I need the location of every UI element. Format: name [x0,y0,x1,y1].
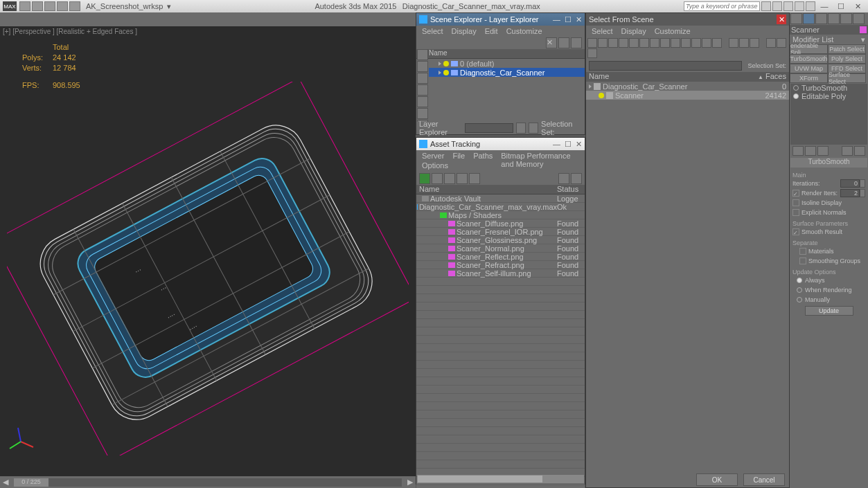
menu-select[interactable]: Select [592,27,613,35]
tb-save-icon[interactable] [44,1,55,11]
asset-row[interactable]: Scaner_Glossiness.pngFound [416,236,585,244]
se-tb-btn-2[interactable] [558,37,569,48]
tab-modify-icon[interactable] [803,13,815,24]
sfs-flt-6[interactable] [639,38,649,48]
menu-options[interactable]: Options [422,161,448,171]
sfs-row[interactable]: Scanner 24142 [586,91,789,100]
render-iters-check[interactable] [792,190,799,197]
sfs-flt-2[interactable] [598,38,608,48]
time-slider[interactable]: 0 / 225 [14,478,402,487]
modifier-stack[interactable]: TurboSmooth Editable Poly [790,84,867,145]
window-minimize-icon[interactable]: — [553,15,560,24]
filter-btn-2[interactable] [417,61,428,72]
se-btm-btn-1[interactable] [516,123,526,134]
mod-btn[interactable]: UVW Map [790,64,828,73]
window-maximize-icon[interactable]: ☐ [565,140,572,149]
at-btn-6[interactable] [558,173,569,184]
se-btm-btn-2[interactable] [529,123,538,134]
cancel-button[interactable]: Cancel [743,473,785,486]
filter-btn-3[interactable] [417,73,428,84]
at-btn-2[interactable] [432,173,443,184]
tree-row[interactable]: Diagnostic_Car_Scanner [429,68,585,77]
close-button[interactable]: ✕ [850,1,865,11]
spinner-up-icon[interactable] [860,179,865,188]
menu-display[interactable]: Display [621,27,646,35]
minimize-button[interactable]: — [817,1,832,11]
menu-paths[interactable]: Paths [473,152,493,160]
sfs-header[interactable]: Name ▲ Faces [586,72,789,82]
search-input[interactable] [684,1,760,11]
tab-create-icon[interactable] [790,13,802,24]
cloud-icon[interactable] [783,1,793,11]
sfs-flt-15[interactable] [739,38,749,48]
sfs-search-input[interactable] [589,61,742,71]
sfs-flt-13[interactable] [712,38,722,48]
time-thumb[interactable]: 0 / 225 [14,478,48,487]
menu-edit[interactable]: Edit [485,27,498,35]
menu-server[interactable]: Server [422,152,444,160]
window-close-icon[interactable]: ✕ [576,15,582,24]
mod-btn[interactable]: Patch Select [828,44,866,54]
sfs-flt-9[interactable] [671,38,680,48]
stack-show-icon[interactable] [805,146,816,156]
color-swatch[interactable] [860,26,867,33]
menu-file[interactable]: File [452,152,465,160]
se-tb-btn-1[interactable]: ✕ [546,37,557,48]
sfs-flt-3[interactable] [608,38,618,48]
explicit-check[interactable] [792,209,799,216]
window-minimize-icon[interactable]: — [553,140,560,149]
filter-btn-6[interactable] [417,108,428,119]
menu-bitmap[interactable]: Bitmap Performance and Memory [501,152,579,160]
sfs-flt-5[interactable] [629,38,639,48]
tab-display-icon[interactable] [840,13,852,24]
sfs-flt-10[interactable] [681,38,691,48]
scene-explorer-titlebar[interactable]: Scene Explorer - Layer Explorer —☐✕ [416,13,585,26]
at-refresh-icon[interactable] [419,173,430,184]
asset-row[interactable]: Scaner_Reflect.pngFound [416,253,585,261]
sfs-flt-19[interactable] [587,48,597,58]
tree-row[interactable]: 0 (default) [429,59,585,68]
asset-row[interactable]: Autodesk VaultLogge [416,195,585,203]
scene-explorer-header[interactable]: Name [416,49,585,59]
sfs-flt-17[interactable] [766,38,776,48]
filter-btn-5[interactable] [417,96,428,107]
window-maximize-icon[interactable]: ☐ [565,15,572,24]
sfs-row[interactable]: Diagnostic_Car_Scanner 0 [586,82,789,91]
se-tb-btn-3[interactable] [571,37,582,48]
ok-button[interactable]: OK [696,473,738,486]
spinner-up-icon[interactable] [860,189,865,197]
tb-new-icon[interactable] [19,1,30,11]
stack-remove-icon[interactable] [842,146,853,156]
bulb-icon[interactable] [443,70,449,75]
asset-row[interactable]: Scaner_Diffuse.pngFound [416,219,585,228]
sfs-flt-4[interactable] [619,38,628,48]
stack-config-icon[interactable] [854,146,865,156]
rollout-header[interactable]: TurboSmooth [790,158,867,168]
help-icon[interactable] [761,1,771,11]
asset-row[interactable]: Diagnostic_Car_Scanner_max_vray.maxOk [416,203,585,211]
menu-customize[interactable]: Customize [655,27,691,35]
object-name-field[interactable]: Scanner [790,25,868,35]
stack-unique-icon[interactable] [817,146,829,156]
subs-icon[interactable] [772,1,782,11]
menu-display[interactable]: Display [452,27,477,35]
mod-btn[interactable]: XForm [790,73,828,83]
menu-select[interactable]: Select [422,27,443,35]
stack-pin-icon[interactable] [792,146,804,156]
asset-row[interactable]: Scaner_Normal.pngFound [416,244,585,253]
info-icon[interactable] [806,1,815,11]
sfs-titlebar[interactable]: Select From Scene ✕ [586,13,789,26]
maximize-button[interactable]: ☐ [833,1,849,11]
asset-tracking-scrollbar[interactable] [417,475,584,483]
tab-hierarchy-icon[interactable] [815,13,827,24]
materials-check[interactable] [799,248,806,255]
asset-row[interactable]: Scaner_Fresnel_IOR.pngFound [416,228,585,236]
sfs-flt-18[interactable] [777,38,786,48]
menu-customize[interactable]: Customize [506,27,542,35]
smooth-result-check[interactable] [792,228,799,235]
frame-fwd-icon[interactable]: ▶ [405,478,416,487]
tb-redo-icon[interactable] [69,1,80,11]
layer-explorer-combo[interactable] [465,123,513,133]
iterations-spinner[interactable]: 0 [840,179,860,188]
tab-motion-icon[interactable] [828,13,840,24]
